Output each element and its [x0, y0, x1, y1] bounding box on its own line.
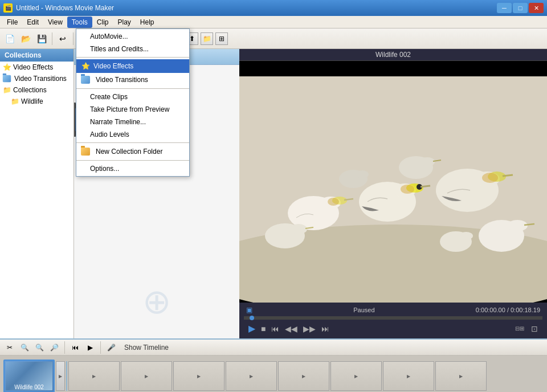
tree-label-video-transitions: Video Transitions [14, 75, 67, 83]
minimize-button[interactable]: ─ [497, 3, 512, 13]
open-button[interactable]: 📂 [18, 31, 33, 46]
tl-btn-2[interactable]: 🔍 [18, 341, 31, 354]
svg-point-16 [290, 224, 307, 234]
titlebar-controls: ─ □ ✕ [497, 3, 544, 13]
video-status-bar: ▣ Paused 0:00:00.00 / 0:00:18.19 [244, 305, 542, 315]
collections-grid-button[interactable]: ⊞ [215, 32, 228, 45]
collections-folder-button[interactable]: 📁 [201, 32, 213, 45]
svg-point-22 [420, 157, 435, 166]
video-effects-tree-icon: ⭐ [2, 63, 11, 72]
timeline-track: Wildlife 002 ▶ ▶ ▶ ▶ ▶ ▶ ▶ ▶ ▶ [0, 356, 547, 392]
tree-item-video-transitions[interactable]: Video Transitions [0, 73, 74, 84]
track-cell-8[interactable]: ▶ [435, 361, 487, 391]
track-cell-1[interactable]: ▶ [68, 361, 120, 391]
maximize-button[interactable]: □ [513, 3, 528, 13]
tree-item-video-effects[interactable]: ⭐ Video Effects [0, 62, 74, 73]
window-title: Untitled - Windows Movie Maker [16, 4, 114, 12]
next-frame-button[interactable]: ▶▶ [301, 322, 318, 335]
video-title: Wildlife 002 [239, 49, 547, 61]
tree-label-video-effects: Video Effects [13, 63, 53, 71]
progress-indicator [250, 316, 254, 320]
menu-file[interactable]: File [2, 17, 22, 28]
timeline-clip-1[interactable]: Wildlife 002 [3, 360, 55, 392]
track-cell-5[interactable]: ▶ [278, 361, 329, 391]
track-cell-2[interactable]: ▶ [121, 361, 172, 391]
track-expand-btn[interactable]: ▶ [56, 361, 65, 391]
tl-prev-button[interactable]: ⏮ [69, 341, 81, 354]
video-progress-bar[interactable] [244, 316, 542, 320]
toolbar-separator-1 [52, 32, 52, 45]
video-transitions-label: Video Transitions [96, 76, 148, 84]
audio-levels-label: Audio Levels [90, 130, 129, 138]
tl-play-button[interactable]: ▶ [84, 341, 96, 354]
playback-controls: ▶ ■ ⏮ ◀◀ ▶▶ ⏭ ⊟⊞ ⊡ [244, 321, 542, 336]
menu-play[interactable]: Play [113, 17, 136, 28]
tl-btn-4[interactable]: 🔎 [48, 341, 60, 354]
close-button[interactable]: ✕ [529, 3, 544, 13]
menu-clip[interactable]: Clip [92, 17, 113, 28]
menu-titles[interactable]: Titles and Credits... [76, 43, 189, 55]
menu-video-transitions[interactable]: Video Transitions [76, 73, 189, 87]
split-button[interactable]: ⊟⊞ [513, 324, 526, 333]
track-separator [66, 361, 67, 391]
menu-tools[interactable]: Tools [67, 17, 92, 28]
menu-new-collection[interactable]: New Collection Folder [76, 145, 189, 158]
dd-sep-1 [76, 57, 189, 58]
options-label: Options... [90, 165, 119, 173]
play-button[interactable]: ▶ [246, 322, 258, 335]
track-cell-7[interactable]: ▶ [383, 361, 434, 391]
titlebar: 🎬 Untitled - Windows Movie Maker ─ □ ✕ [0, 0, 547, 16]
status-icon: ▣ [246, 306, 252, 314]
menu-automovie[interactable]: AutoMovie... [76, 30, 189, 43]
menu-video-effects[interactable]: ⭐ Video Effects [76, 59, 189, 73]
prev-frame-button[interactable]: ⏮ [269, 322, 281, 335]
tl-narrate-button[interactable]: 🎤 [105, 341, 117, 354]
menu-help[interactable]: Help [136, 17, 159, 28]
new-button[interactable]: 📄 [2, 31, 17, 46]
dd-sep-3 [76, 142, 189, 143]
tree-item-collections[interactable]: 📁 Collections [0, 84, 74, 96]
create-clips-label: Create Clips [90, 93, 128, 101]
collections-tree-icon: 📁 [2, 85, 11, 95]
tools-dropdown-menu: AutoMovie... Titles and Credits... ⭐ Vid… [76, 28, 190, 177]
undo-button[interactable]: ↩ [55, 31, 70, 46]
track-cell-3[interactable]: ▶ [173, 361, 224, 391]
tl-separator [64, 341, 65, 354]
show-timeline-label[interactable]: Show Timeline [124, 344, 169, 352]
tree-item-wildlife[interactable]: 📁 Wildlife [0, 96, 74, 107]
menu-edit[interactable]: Edit [22, 17, 43, 28]
timeline-area: ✂ 🔍 🔍 🔎 ⏮ ▶ 🎤 Show Timeline Wildlife 002… [0, 338, 547, 392]
menu-take-picture[interactable]: Take Picture from Preview [76, 103, 189, 116]
tl-separator-2 [100, 341, 101, 354]
dd-sep-2 [76, 88, 189, 89]
right-panel: Wildlife 002 [239, 49, 547, 338]
track-cell-4[interactable]: ▶ [226, 361, 277, 391]
dd-sep-4 [76, 160, 189, 161]
track-cell-6[interactable]: ▶ [330, 361, 382, 391]
rewind-button[interactable]: ◀◀ [283, 322, 300, 335]
video-transitions-tree-icon [2, 74, 11, 83]
toolbar-separator-2 [73, 32, 74, 45]
fullscreen-button[interactable]: ⊡ [529, 323, 540, 334]
menu-view[interactable]: View [43, 17, 67, 28]
titles-label: Titles and Credits... [90, 45, 149, 53]
svg-point-25 [356, 170, 369, 178]
tree-label-collections: Collections [13, 86, 47, 94]
stop-button[interactable]: ■ [259, 322, 268, 335]
svg-point-27 [459, 232, 473, 240]
app-icon: 🎬 [3, 3, 13, 13]
menu-create-clips[interactable]: Create Clips [76, 91, 189, 103]
automovie-label: AutoMovie... [90, 32, 128, 40]
menu-narrate[interactable]: Narrate Timeline... [76, 116, 189, 128]
save-button[interactable]: 💾 [34, 31, 49, 46]
menu-audio-levels[interactable]: Audio Levels [76, 128, 189, 141]
next-clip-button[interactable]: ⏭ [319, 322, 332, 335]
volume-area: ⊟⊞ ⊡ [513, 323, 540, 334]
menu-options[interactable]: Options... [76, 162, 189, 175]
video-area [239, 61, 547, 303]
tl-btn-3[interactable]: 🔍 [33, 341, 46, 354]
tl-btn-1[interactable]: ✂ [3, 341, 16, 354]
playback-buttons: ▶ ■ ⏮ ◀◀ ▶▶ ⏭ [246, 322, 332, 335]
video-effects-label: Video Effects [93, 62, 133, 70]
svg-point-28 [401, 185, 414, 194]
